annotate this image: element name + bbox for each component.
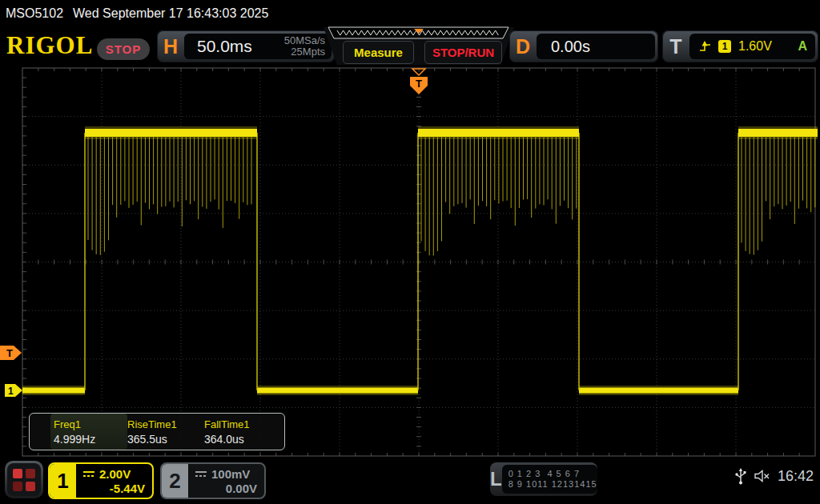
channel1-offset: -5.44V [82, 482, 145, 495]
logic-row-high: 8 9 1011 12131415 [508, 479, 597, 490]
graticule [22, 68, 815, 456]
logic-channel-list: 0 1 2 3 4 5 6 7 8 9 1011 12131415 [502, 465, 597, 494]
delay-value: 0.00s [537, 38, 590, 56]
channel1-panel[interactable]: 1 2.00V -5.44V [48, 462, 154, 499]
oscilloscope-screen: MSO5102 Wed September 17 16:43:03 2025 R… [0, 0, 820, 504]
status-tray: 16:42 [734, 467, 814, 485]
logic-label: L [490, 468, 502, 490]
trigger-label: T [662, 35, 689, 58]
header-bar: RIGOL STOP H 50.0ms 50MSa/s 25Mpts Measu… [0, 26, 820, 66]
rigol-logo: RIGOL [6, 31, 93, 60]
channel1-position-marker[interactable]: 1 [5, 384, 22, 397]
trigger-markers[interactable]: TT1 [0, 69, 428, 397]
rising-edge-icon [697, 40, 711, 53]
channel1-scale: 2.00V [99, 467, 131, 481]
trigger-level-marker[interactable]: T [0, 346, 22, 360]
measurement-label: FallTime1 [204, 418, 281, 430]
sample-rate: 50MSa/s [284, 35, 325, 46]
datetime-text: Wed September 17 16:43:03 2025 [73, 6, 268, 21]
svg-text:T: T [6, 347, 13, 359]
delay-label: D [509, 35, 537, 58]
svg-text:1: 1 [8, 386, 14, 397]
channel2-badge: 2 [162, 464, 188, 498]
measurement-label: RiseTime1 [127, 418, 204, 430]
measure-button[interactable]: Measure [343, 41, 414, 64]
measurement-falltime: FallTime1 364.0us [204, 414, 281, 450]
dc-coupling-icon [82, 470, 95, 478]
stop-run-button[interactable]: STOP/RUN [424, 41, 502, 64]
measurement-freq: Freq1 4.999Hz [50, 414, 127, 450]
channel1-badge: 1 [50, 464, 76, 498]
horizontal-panel[interactable]: H 50.0ms 50MSa/s 25Mpts [157, 30, 335, 62]
horizontal-values: 50.0ms 50MSa/s 25Mpts [184, 34, 332, 59]
delay-values: 0.00s [537, 34, 655, 59]
channel2-scale: 100mV [211, 467, 250, 481]
measurement-value: 365.5us [127, 433, 204, 446]
titlebar: MSO5102 Wed September 17 16:43:03 2025 [0, 0, 820, 26]
acquisition-info: 50MSa/s 25Mpts [284, 35, 332, 58]
channel2-offset: 0.00V [195, 482, 257, 495]
memory-waveform-preview[interactable] [327, 26, 511, 40]
dc-coupling-icon [195, 470, 207, 478]
logic-row-low: 0 1 2 3 4 5 6 7 [508, 469, 597, 479]
trigger-position-marker[interactable]: T [410, 69, 428, 94]
measurement-value: 364.0us [204, 433, 281, 446]
logic-channels-panel[interactable]: L 0 1 2 3 4 5 6 7 8 9 1011 12131415 [490, 462, 597, 496]
trigger-values: 1 1.60V A [689, 34, 815, 59]
trigger-panel[interactable]: T 1 1.60V A [662, 30, 818, 62]
measurement-label: Freq1 [54, 418, 127, 430]
timebase-value: 50.0ms [184, 37, 252, 56]
usb-icon [734, 467, 747, 485]
run-state-badge: STOP [97, 38, 150, 60]
speaker-muted-icon[interactable] [754, 469, 771, 483]
clock: 16:42 [778, 468, 814, 485]
menu-grid-button[interactable] [5, 461, 43, 498]
channel2-values: 100mV 0.00V [188, 464, 264, 498]
trigger-level-value: 1.60V [738, 39, 772, 54]
trigger-source-badge: 1 [718, 40, 731, 53]
svg-text:T: T [416, 78, 422, 90]
delay-panel[interactable]: D 0.00s [509, 30, 658, 62]
channel2-panel[interactable]: 2 100mV 0.00V [160, 462, 266, 499]
trigger-mode: A [798, 39, 807, 54]
menu-grid-icon [7, 463, 41, 496]
model-name: MSO5102 [6, 6, 63, 21]
measurement-risetime: RiseTime1 365.5us [127, 414, 204, 450]
channel1-values: 2.00V -5.44V [76, 464, 152, 498]
measurement-value: 4.999Hz [54, 433, 127, 446]
measurement-panel[interactable]: Freq1 4.999Hz RiseTime1 365.5us FallTime… [29, 413, 285, 450]
bottom-bar: 1 2.00V -5.44V 2 [0, 459, 820, 504]
horizontal-label: H [157, 35, 184, 58]
memory-depth: 25Mpts [291, 46, 325, 58]
ch1-trace [22, 126, 818, 395]
